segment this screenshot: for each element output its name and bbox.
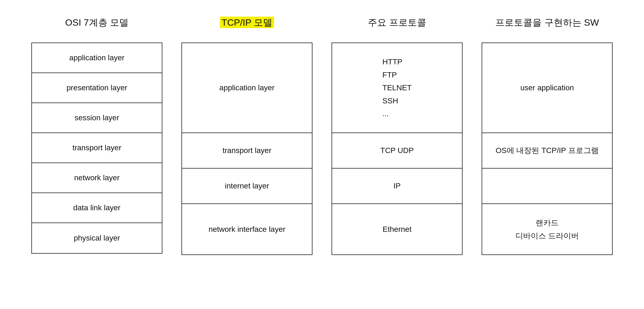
sw-netif-layer: 랜카드 디바이스 드라이버 bbox=[482, 204, 612, 254]
osi-network-layer: network layer bbox=[32, 163, 162, 193]
proto-netif-layer: Ethernet bbox=[332, 204, 462, 254]
sw-transport-layer: OS에 내장된 TCP/IP 프로그램 bbox=[482, 133, 612, 169]
osi-application-layer: application layer bbox=[32, 43, 162, 73]
sw-internet-layer bbox=[482, 169, 612, 204]
osi-presentation-layer: presentation layer bbox=[32, 73, 162, 103]
sw-title: 프로토콜을 구현하는 SW bbox=[482, 16, 613, 29]
sw-netif-text: 랜카드 디바이스 드라이버 bbox=[515, 216, 579, 242]
proto-app-layer: HTTPFTPTELNETSSH... bbox=[332, 43, 462, 133]
tcpip-application-layer: application layer bbox=[182, 43, 312, 133]
sw-box: user application OS에 내장된 TCP/IP 프로그램 랜카드… bbox=[482, 43, 613, 255]
osi-transport-layer: transport layer bbox=[32, 133, 162, 163]
tcpip-title: TCP/IP 모델 bbox=[181, 16, 312, 29]
tcpip-title-highlight: TCP/IP 모델 bbox=[220, 17, 274, 28]
sw-app-layer: user application bbox=[482, 43, 612, 133]
proto-transport-layer: TCP UDP bbox=[332, 133, 462, 169]
osi-session-layer: session layer bbox=[32, 103, 162, 133]
osi-title: OSI 7계층 모델 bbox=[31, 16, 162, 29]
tcpip-netif-layer: network interface layer bbox=[182, 204, 312, 254]
tcpip-transport-layer: transport layer bbox=[182, 133, 312, 169]
protocols-box: HTTPFTPTELNETSSH... TCP UDP IP Ethernet bbox=[332, 43, 463, 255]
osi-physical-layer: physical layer bbox=[32, 223, 162, 253]
proto-app-list: HTTPFTPTELNETSSH... bbox=[382, 55, 412, 120]
protocols-title: 주요 프로토콜 bbox=[332, 16, 463, 29]
sw-transport-text: OS에 내장된 TCP/IP 프로그램 bbox=[496, 144, 599, 157]
tcpip-internet-layer: internet layer bbox=[182, 169, 312, 204]
osi-datalink-layer: data link layer bbox=[32, 193, 162, 223]
osi-model-box: application layer presentation layer ses… bbox=[31, 43, 162, 254]
tcpip-model-box: application layer transport layer intern… bbox=[181, 43, 312, 255]
proto-internet-layer: IP bbox=[332, 169, 462, 204]
